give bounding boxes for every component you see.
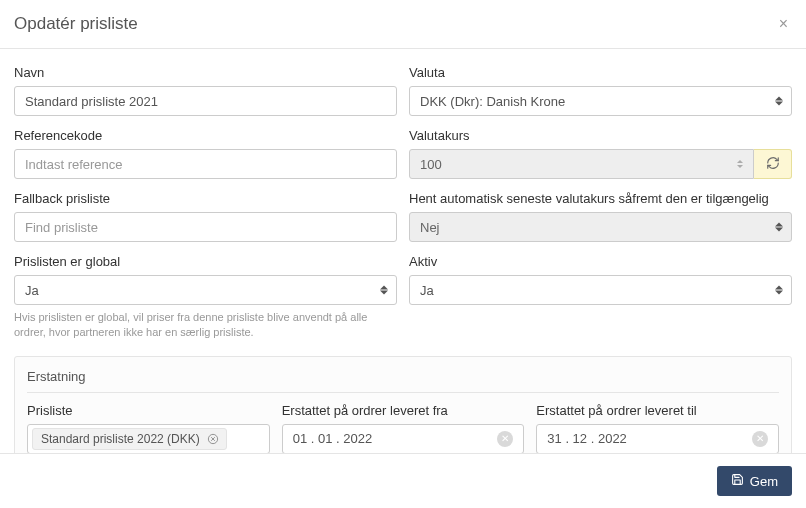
- name-input-wrap: [14, 86, 397, 116]
- modal-footer: Gem: [0, 453, 806, 508]
- currency-select[interactable]: DKK (Dkr): Danish Krone: [409, 86, 792, 116]
- label-replacement-from: Erstattet på ordrer leveret fra: [282, 403, 525, 418]
- field-name: Navn: [14, 65, 397, 116]
- field-reference: Referencekode: [14, 128, 397, 179]
- label-currency: Valuta: [409, 65, 792, 80]
- field-replacement-to: Erstattet på ordrer leveret til 31 . 12 …: [536, 403, 779, 453]
- label-fallback: Fallback prisliste: [14, 191, 397, 206]
- refresh-rate-button[interactable]: [754, 149, 792, 179]
- reference-input[interactable]: [25, 150, 386, 178]
- modal-header: Opdatér prisliste ×: [0, 0, 806, 49]
- field-rate: Valutakurs: [409, 128, 792, 179]
- update-pricelist-modal: Opdatér prisliste × Navn Valuta DKK (Dkr…: [0, 0, 806, 508]
- chevron-sort-icon: [775, 286, 783, 295]
- modal-body: Navn Valuta DKK (Dkr): Danish Krone Refe…: [0, 49, 806, 453]
- form-grid: Navn Valuta DKK (Dkr): Danish Krone Refe…: [14, 65, 792, 340]
- field-replacement-from: Erstattet på ordrer leveret fra 01 . 01 …: [282, 403, 525, 453]
- chevron-sort-icon: [380, 286, 388, 295]
- label-name: Navn: [14, 65, 397, 80]
- reference-input-wrap: [14, 149, 397, 179]
- autofetch-select-value: Nej: [420, 220, 440, 235]
- replacement-pricelist-input[interactable]: Standard prisliste 2022 (DKK): [27, 424, 270, 453]
- fallback-input-wrap: [14, 212, 397, 242]
- name-input[interactable]: [25, 87, 386, 115]
- replacement-from-input[interactable]: 01 . 01 . 2022 ✕: [282, 424, 525, 453]
- replacement-pricelist-token: Standard prisliste 2022 (DKK): [32, 428, 227, 450]
- clear-icon[interactable]: ✕: [497, 431, 513, 447]
- clear-icon[interactable]: [206, 432, 220, 446]
- replacement-card: Erstatning Prisliste Standard prisliste …: [14, 356, 792, 453]
- label-reference: Referencekode: [14, 128, 397, 143]
- fallback-input[interactable]: [25, 213, 386, 241]
- save-icon: [731, 473, 744, 489]
- refresh-icon: [766, 156, 780, 173]
- chevron-sort-icon: [775, 223, 783, 232]
- replacement-pricelist-token-text: Standard prisliste 2022 (DKK): [41, 433, 200, 445]
- field-autofetch: Hent automatisk seneste valutakurs såfre…: [409, 191, 792, 242]
- number-stepper-icon: [737, 160, 743, 168]
- field-fallback: Fallback prisliste: [14, 191, 397, 242]
- label-active: Aktiv: [409, 254, 792, 269]
- global-select[interactable]: Ja: [14, 275, 397, 305]
- chevron-sort-icon: [775, 97, 783, 106]
- field-active: Aktiv Ja: [409, 254, 792, 340]
- active-select[interactable]: Ja: [409, 275, 792, 305]
- global-help-text: Hvis prislisten er global, vil priser fr…: [14, 310, 397, 340]
- clear-icon[interactable]: ✕: [752, 431, 768, 447]
- rate-row: [409, 149, 792, 179]
- modal-title: Opdatér prisliste: [14, 14, 138, 34]
- label-rate: Valutakurs: [409, 128, 792, 143]
- replacement-to-input[interactable]: 31 . 12 . 2022 ✕: [536, 424, 779, 453]
- label-global: Prislisten er global: [14, 254, 397, 269]
- save-button-label: Gem: [750, 474, 778, 489]
- save-button[interactable]: Gem: [717, 466, 792, 496]
- currency-select-value: DKK (Dkr): Danish Krone: [420, 94, 565, 109]
- replacement-grid: Prisliste Standard prisliste 2022 (DKK): [27, 403, 779, 453]
- rate-input-wrap: [409, 149, 754, 179]
- field-currency: Valuta DKK (Dkr): Danish Krone: [409, 65, 792, 116]
- rate-input[interactable]: [420, 150, 725, 178]
- field-replacement-pricelist: Prisliste Standard prisliste 2022 (DKK): [27, 403, 270, 453]
- label-replacement-to: Erstattet på ordrer leveret til: [536, 403, 779, 418]
- global-select-value: Ja: [25, 283, 39, 298]
- label-autofetch: Hent automatisk seneste valutakurs såfre…: [409, 191, 792, 206]
- replacement-title: Erstatning: [27, 369, 779, 393]
- autofetch-select[interactable]: Nej: [409, 212, 792, 242]
- field-global: Prislisten er global Ja Hvis prislisten …: [14, 254, 397, 340]
- replacement-to-value: 31 . 12 . 2022: [547, 431, 627, 446]
- replacement-from-value: 01 . 01 . 2022: [293, 431, 373, 446]
- label-replacement-pricelist: Prisliste: [27, 403, 270, 418]
- active-select-value: Ja: [420, 283, 434, 298]
- close-icon[interactable]: ×: [777, 14, 790, 34]
